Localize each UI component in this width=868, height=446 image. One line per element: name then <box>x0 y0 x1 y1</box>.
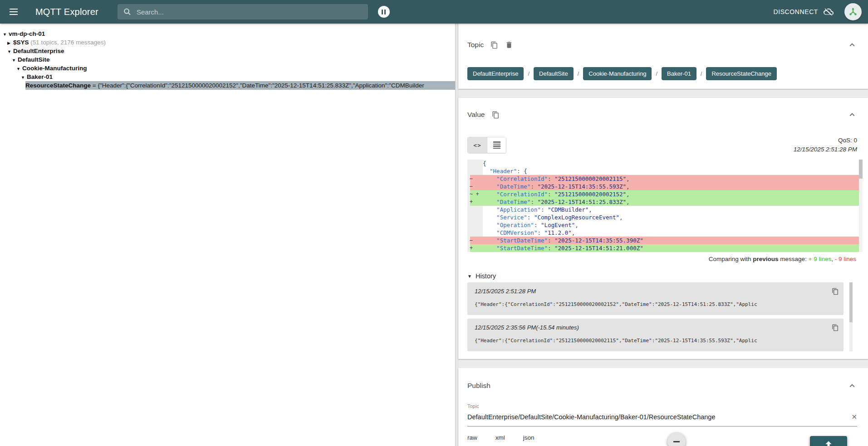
tree-row[interactable]: ▼DefaultEnterprise <box>0 47 455 55</box>
menu-button[interactable] <box>4 2 24 22</box>
tree-row[interactable]: ▼vm-dp-ch-01 <box>0 29 455 38</box>
publish-format-json[interactable]: json <box>523 434 535 441</box>
tree-node-label: ResourceStateChange <box>25 82 91 89</box>
raw-view-button[interactable] <box>487 137 506 153</box>
history-header[interactable]: ▼ History <box>467 272 857 280</box>
diff-summary: Comparing with previous message: + 9 lin… <box>467 256 857 262</box>
publish-topic-label: Topic <box>467 403 857 409</box>
diff-line-content: "Application": "CDMBuilder", <box>483 206 863 213</box>
copy-value-button[interactable] <box>492 111 500 119</box>
diff-gutter: − <box>467 237 483 244</box>
publish-format-xml[interactable]: xml <box>495 434 505 441</box>
breadcrumb-separator: / <box>656 70 657 77</box>
copy-history-button[interactable] <box>832 288 839 295</box>
publish-topic-input[interactable]: DefaultEnterprise/DefaultSite/Cookie-Man… <box>467 413 857 427</box>
minus-icon <box>673 441 680 442</box>
topic-chip[interactable]: Cookie-Manufacturing <box>583 67 652 80</box>
diff-line-content: "CorrelationId": "2512150000020002115", <box>483 175 863 183</box>
copy-history-button[interactable] <box>832 324 839 331</box>
publish-topic-value[interactable]: DefaultEnterprise/DefaultSite/Cookie-Man… <box>467 413 846 421</box>
message-timestamp: 12/15/2025 2:51:28 PM <box>794 146 857 153</box>
topic-tree: ▼vm-dp-ch-01▶$SYS (51 topics, 2176 messa… <box>0 24 455 90</box>
delete-topic-button[interactable] <box>505 41 513 49</box>
tree-row[interactable]: ▼DefaultSite <box>0 55 455 64</box>
tree-node-label: DefaultSite <box>18 56 50 63</box>
added-lines-count: + 9 lines <box>809 256 832 262</box>
search-box[interactable] <box>118 4 368 19</box>
diff-scrollbar-thumb[interactable] <box>859 160 863 179</box>
history-scrollbar-thumb[interactable] <box>849 282 853 322</box>
search-icon <box>123 8 131 16</box>
tree-row[interactable]: ▶$SYS (51 topics, 2176 messages) <box>0 38 455 47</box>
copy-topic-button[interactable] <box>490 41 498 49</box>
topic-chip[interactable]: DefaultEnterprise <box>467 67 524 80</box>
trash-icon <box>505 41 513 49</box>
tree-node-stats: (51 topics, 2176 messages) <box>29 39 106 46</box>
topic-chip[interactable]: DefaultSite <box>534 67 574 80</box>
panel-divider[interactable] <box>455 24 458 446</box>
copy-icon <box>832 288 839 295</box>
avatar[interactable] <box>844 3 862 20</box>
diff-view-button[interactable]: <> <box>468 137 487 153</box>
chevron-up-icon <box>847 40 857 50</box>
topic-chip[interactable]: ResourceStateChange <box>706 67 777 80</box>
tree-row[interactable]: ▼Baker-01 <box>0 73 455 81</box>
tree-row[interactable]: ResourceStateChange = {"Header":{"Correl… <box>0 81 455 90</box>
diff-gutter <box>467 160 483 167</box>
diff-line-content: "StartDateTime": "2025-12-15T14:35:55.39… <box>483 237 863 244</box>
diff-line-content: "CDMVersion": "11.2.0", <box>483 229 863 237</box>
diff-line-content: "DateTime": "2025-12-15T14:35:55.593Z", <box>483 183 863 190</box>
diff-line: − "CorrelationId": "2512150000020002115"… <box>467 175 863 183</box>
breadcrumb-separator: / <box>578 70 579 77</box>
value-section-title: Value <box>467 111 485 119</box>
history-entry[interactable]: 12/15/2025 2:35:56 PM(-15.54 minutes){"H… <box>467 319 843 351</box>
history-entry[interactable]: 12/15/2025 2:51:28 PM{"Header":{"Correla… <box>467 282 843 315</box>
collapse-topic-button[interactable] <box>847 40 857 50</box>
tree-expander-icon[interactable]: ▶ <box>7 39 13 47</box>
diff-line: "Application": "CDMBuilder", <box>467 206 863 213</box>
diff-gutter: − <box>467 183 483 190</box>
tree-row[interactable]: ▼Cookie-Manufacturing <box>0 64 455 73</box>
clear-topic-icon[interactable]: ✕ <box>851 413 857 421</box>
cloud-off-icon <box>824 7 834 17</box>
history-entry-timestamp: 12/15/2025 2:51:28 PM <box>475 288 836 295</box>
publish-icon <box>824 440 833 446</box>
diff-gutter: ~ + <box>467 190 483 198</box>
diff-scrollbar[interactable] <box>859 160 863 252</box>
diff-line-content: "DateTime": "2025-12-15T14:51:25.833Z", <box>483 198 863 206</box>
removed-lines-count: - 9 lines <box>835 256 856 262</box>
collapse-value-button[interactable] <box>847 110 857 120</box>
code-icon: <> <box>473 142 481 149</box>
topic-section-title: Topic <box>467 41 484 49</box>
publish-send-button[interactable] <box>810 436 847 446</box>
disconnect-button[interactable]: DISCONNECT <box>773 8 818 15</box>
diff-gutter <box>467 229 483 237</box>
topic-chip[interactable]: Baker-01 <box>662 67 696 80</box>
value-diff: { "Header": {− "CorrelationId": "2512150… <box>467 160 863 252</box>
tree-node-value: = {"Header":{"CorrelationId":"2512150000… <box>91 82 424 89</box>
app-title: MQTT Explorer <box>35 7 98 17</box>
collapse-publish-button[interactable] <box>847 381 857 391</box>
tree-expander-icon[interactable]: ▼ <box>12 56 18 64</box>
tree-expander-icon[interactable]: ▼ <box>21 73 27 81</box>
search-input[interactable] <box>137 8 362 16</box>
diff-line-content: "Service": "ComplexLogResourceEvent", <box>483 213 863 221</box>
diff-line: + "DateTime": "2025-12-15T14:51:25.833Z"… <box>467 198 863 206</box>
chevron-up-icon <box>847 381 857 391</box>
pause-button[interactable] <box>378 6 390 18</box>
diff-line: "Service": "ComplexLogResourceEvent", <box>467 213 863 221</box>
diff-gutter: + <box>467 198 483 206</box>
value-card: Value <> QoS: 0 12/15/2025 2:51:28 PM <box>458 98 868 359</box>
diff-line: + "StartDateTime": "2025-12-15T14:51:21.… <box>467 244 863 252</box>
history-scrollbar[interactable] <box>849 282 853 351</box>
hamburger-icon <box>10 9 18 15</box>
diff-line-content: { <box>483 160 863 167</box>
tree-expander-icon[interactable]: ▼ <box>16 65 22 73</box>
copy-icon <box>492 111 500 119</box>
diff-gutter: − <box>467 175 483 183</box>
breadcrumb-separator: / <box>701 70 702 77</box>
tree-expander-icon[interactable]: ▼ <box>3 30 9 38</box>
pause-icon <box>382 10 383 15</box>
tree-expander-icon[interactable]: ▼ <box>7 48 13 55</box>
publish-format-raw[interactable]: raw <box>467 434 477 441</box>
